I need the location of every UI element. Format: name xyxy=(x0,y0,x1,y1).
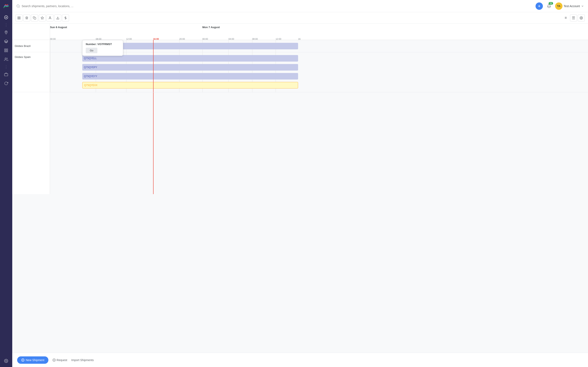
shipment-bar-q7sqyeyy[interactable]: Q7SQYEYY xyxy=(82,73,298,80)
main-content: 11 TA Test Account xyxy=(12,0,588,367)
avatar: TA xyxy=(555,2,562,10)
row-label-globex-spain: Globex Spain xyxy=(12,52,50,92)
person-icon xyxy=(48,16,52,20)
plus-icon xyxy=(537,4,541,8)
plus-circle-icon-request xyxy=(52,359,56,362)
toolbar-copy-button[interactable] xyxy=(31,15,38,21)
sidebar-item-settings[interactable] xyxy=(2,357,10,365)
toolbar-grid-view-button[interactable] xyxy=(16,15,22,21)
user-menu[interactable]: TA Test Account xyxy=(555,2,584,10)
sidebar-item-location[interactable] xyxy=(2,29,10,36)
bottombar: New Shipment Request Import Shipments xyxy=(12,353,588,367)
sidebar-item-layers[interactable] xyxy=(2,38,10,45)
svg-rect-16 xyxy=(18,17,19,18)
toolbar-settings-button[interactable] xyxy=(578,15,585,21)
dollar-icon xyxy=(64,16,67,20)
svg-point-24 xyxy=(581,17,582,18)
svg-point-2 xyxy=(6,17,7,18)
svg-point-12 xyxy=(17,5,19,7)
import-shipments-button[interactable]: Import Shipments xyxy=(71,359,94,362)
sidebar-dots-1[interactable]: ⋮ xyxy=(4,23,8,27)
date-header-sun: Sun 6 August xyxy=(50,26,67,29)
svg-rect-5 xyxy=(5,49,6,50)
shipment-popup: Number: VO7FRMST Go xyxy=(82,40,123,56)
svg-point-21 xyxy=(49,17,51,18)
sidebar-item-dashboard[interactable] xyxy=(2,14,10,21)
pin-icon xyxy=(41,16,44,20)
toolbar-pin-button[interactable] xyxy=(39,15,46,21)
sidebar-item-briefcase[interactable] xyxy=(2,71,10,78)
svg-rect-17 xyxy=(19,17,20,18)
new-shipment-button[interactable]: New Shipment xyxy=(17,356,48,364)
user-name: Test Account xyxy=(564,4,580,8)
toolbar-menu-button[interactable]: ≡ xyxy=(562,15,569,21)
sidebar-item-history[interactable] xyxy=(2,80,10,87)
shipment-bar-q7sqyexx[interactable]: Q7SQYEXX xyxy=(82,82,298,89)
current-time-line-ext xyxy=(153,92,154,194)
toolbar-listview-button[interactable]: ☰ xyxy=(570,15,577,21)
svg-line-13 xyxy=(19,7,19,7)
svg-rect-6 xyxy=(7,49,8,50)
toolbar-person-button[interactable] xyxy=(47,15,53,21)
sidebar-dots-2[interactable]: ⋮ xyxy=(4,65,8,69)
svg-point-3 xyxy=(6,31,7,32)
bell-icon xyxy=(547,4,551,8)
grid-icon xyxy=(17,16,21,20)
download-icon xyxy=(56,16,60,20)
gear-icon xyxy=(580,16,583,20)
notification-badge: 11 xyxy=(549,2,553,5)
shipment-label-q7sqyexx: Q7SQYEXX xyxy=(84,84,97,87)
request-button[interactable]: Request xyxy=(52,359,67,362)
copy-icon xyxy=(33,16,36,20)
plus-circle-icon xyxy=(21,359,25,362)
sidebar-item-list[interactable] xyxy=(2,47,10,54)
topbar: 11 TA Test Account xyxy=(12,0,588,12)
row-label-globex-brazil: Globex Brazil xyxy=(12,40,50,52)
timeline-container[interactable]: Globex Brazil Globex Spain Sun 6 August … xyxy=(12,24,588,353)
shipment-bar-q7sqyell[interactable]: Q7SQYELL xyxy=(82,55,298,62)
popup-title: Number: VO7FRMST xyxy=(86,43,120,46)
popup-go-button[interactable]: Go xyxy=(86,48,97,53)
svg-rect-7 xyxy=(5,51,6,52)
logo[interactable] xyxy=(2,2,10,10)
chevron-down-icon xyxy=(581,5,584,8)
shipment-label-q7sqyepy: Q7SQYEPY xyxy=(84,66,97,69)
shipment-bar-q7sqyepy[interactable]: Q7SQYEPY xyxy=(82,64,298,71)
toolbar-delete-button[interactable] xyxy=(23,15,30,21)
svg-point-9 xyxy=(5,58,6,59)
search-input[interactable] xyxy=(22,4,83,8)
shipment-label-q7sqyeyy: Q7SQYEYY xyxy=(84,75,97,78)
toolbar-download-button[interactable] xyxy=(54,15,61,21)
sidebar: ⋮ ⋮ xyxy=(0,0,12,367)
topbar-actions: 11 TA Test Account xyxy=(536,2,584,10)
trash-icon xyxy=(25,16,28,20)
toolbar: ≡ ☰ xyxy=(12,12,588,24)
svg-rect-10 xyxy=(4,74,8,76)
date-header-mon: Mon 7 August xyxy=(202,26,220,29)
search-box xyxy=(16,4,532,8)
svg-rect-8 xyxy=(7,51,8,52)
search-icon xyxy=(16,4,20,8)
svg-rect-19 xyxy=(19,18,20,19)
shipment-label-q7sqyell: Q7SQYELL xyxy=(84,57,97,60)
svg-rect-18 xyxy=(18,18,19,19)
timeline-content: Globex Brazil Globex Spain Sun 6 August … xyxy=(12,24,588,353)
sidebar-item-people[interactable] xyxy=(2,56,10,63)
svg-point-11 xyxy=(6,360,7,361)
svg-rect-20 xyxy=(34,17,36,19)
add-button[interactable] xyxy=(536,2,543,10)
toolbar-money-button[interactable] xyxy=(62,15,69,21)
row-divider xyxy=(50,52,588,52)
notification-button[interactable]: 11 xyxy=(545,2,553,10)
current-time-line xyxy=(153,40,154,92)
timeline-empty-area xyxy=(50,92,588,194)
vgrid-0 xyxy=(50,40,50,92)
toolbar-right: ≡ ☰ xyxy=(562,15,585,21)
